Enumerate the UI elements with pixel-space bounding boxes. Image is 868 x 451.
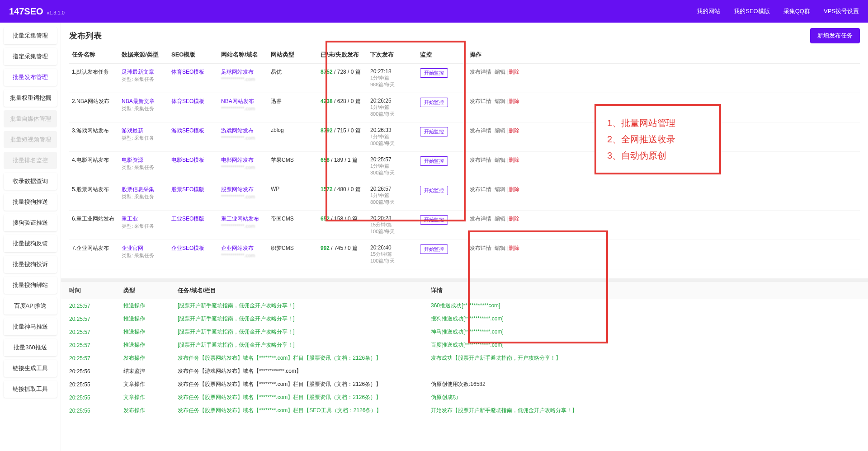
sidebar-item-15[interactable]: 批量360推送 <box>4 339 57 356</box>
log-time: 20:25:57 <box>61 312 115 325</box>
annotation-line: 2、全网推送收录 <box>607 131 708 147</box>
op-edit[interactable]: 编辑 <box>495 98 505 104</box>
nav-qq-group[interactable]: 采集QQ群 <box>783 7 810 15</box>
sidebar-item-16[interactable]: 链接生成工具 <box>4 360 57 377</box>
site-link[interactable]: 电影网站发布 <box>221 157 254 163</box>
site-link[interactable]: 游戏网站发布 <box>221 127 254 134</box>
log-type: 发布操作 <box>115 352 170 365</box>
sidebar-item-10[interactable]: 批量搜狗反馈 <box>4 235 57 252</box>
site-type: 易优 <box>268 64 318 93</box>
op-delete[interactable]: 删除 <box>509 127 519 134</box>
nav-vps-dial[interactable]: VPS拨号设置 <box>824 7 859 15</box>
col-header: 已/未/失败发布 <box>318 46 368 64</box>
task-name: 6.重工业网站发布 <box>69 211 119 240</box>
op-delete[interactable]: 删除 <box>509 186 519 193</box>
source-link[interactable]: NBA最新文章 <box>122 98 155 104</box>
site-link[interactable]: 足球网站发布 <box>221 69 254 75</box>
publish-count: 658 / 189 / 1 篇 <box>318 152 368 181</box>
source-link[interactable]: 股票信息采集 <box>122 186 154 193</box>
log-task: 发布任务【游戏网站发布】域名【************.com】 <box>170 365 423 378</box>
sidebar-item-13[interactable]: 百度API推送 <box>4 297 57 315</box>
publish-count: 992 / 745 / 0 篇 <box>318 240 368 269</box>
op-delete[interactable]: 删除 <box>509 98 519 104</box>
log-task: 发布任务【股票网站发布】域名【********.com】栏目【SEO工具（文档：… <box>170 404 423 417</box>
log-time: 20:25:57 <box>61 325 115 338</box>
op-detail[interactable]: 发布详情 <box>470 69 491 75</box>
op-edit[interactable]: 编辑 <box>495 186 505 193</box>
log-task: [股票开户新手避坑指南，低佣金开户攻略分享！] <box>170 338 423 352</box>
monitor-button[interactable]: 开始监控 <box>420 127 448 136</box>
sidebar-item-7[interactable]: 收录数据查询 <box>4 173 57 190</box>
sidebar-item-9[interactable]: 搜狗验证推送 <box>4 214 57 231</box>
sidebar-item-14[interactable]: 批量神马推送 <box>4 318 57 335</box>
sidebar-item-12[interactable]: 批量搜狗绑站 <box>4 277 57 294</box>
site-type: 帝国CMS <box>268 211 318 240</box>
log-time: 20:25:57 <box>61 352 115 365</box>
source-link[interactable]: 足球最新文章 <box>122 69 154 75</box>
log-row: 20:25:55文章操作发布任务【股票网站发布】域名【********.com】… <box>61 378 868 391</box>
template-link[interactable]: 体育SEO模板 <box>171 69 204 75</box>
op-edit[interactable]: 编辑 <box>495 216 505 222</box>
site-link[interactable]: 股票网站发布 <box>221 186 254 193</box>
sidebar-item-11[interactable]: 批量搜狗投诉 <box>4 256 57 273</box>
op-detail[interactable]: 发布详情 <box>470 216 491 222</box>
nav-my-sites[interactable]: 我的网站 <box>697 7 720 15</box>
source-link[interactable]: 企业官网 <box>122 245 143 251</box>
op-edit[interactable]: 编辑 <box>495 69 505 75</box>
log-row: 20:25:56结束监控发布任务【游戏网站发布】域名【************.… <box>61 365 868 378</box>
nav-my-templates[interactable]: 我的SEO模版 <box>734 7 769 15</box>
monitor-button[interactable]: 开始监控 <box>420 244 448 254</box>
op-edit[interactable]: 编辑 <box>495 157 505 163</box>
col-header: 网站名称/域名 <box>218 46 268 64</box>
op-detail[interactable]: 发布详情 <box>470 98 491 104</box>
sidebar-item-4: 批量自媒体管理 <box>4 110 57 127</box>
main-content: 发布列表 新增发布任务 任务名称数据来源/类型SEO模版网站名称/域名网站类型已… <box>61 23 868 451</box>
site-link[interactable]: 企业网站发布 <box>221 245 254 251</box>
sidebar-item-0[interactable]: 批量采集管理 <box>4 27 57 44</box>
log-detail: 百度推送成功[************.com] <box>423 338 868 352</box>
template-link[interactable]: 工业SEO模版 <box>171 216 204 222</box>
monitor-button[interactable]: 开始监控 <box>420 68 448 78</box>
op-delete[interactable]: 删除 <box>509 157 519 163</box>
table-row: 5.股票网站发布股票信息采集类型: 采集任务股票SEO模版股票网站发布*****… <box>69 181 860 211</box>
log-task: [股票开户新手避坑指南，低佣金开户攻略分享！] <box>170 299 423 312</box>
site-link[interactable]: 重工业网站发布 <box>221 216 259 222</box>
source-link[interactable]: 重工业 <box>122 216 138 222</box>
op-delete[interactable]: 删除 <box>509 216 519 222</box>
template-link[interactable]: 电影SEO模板 <box>171 157 204 163</box>
op-delete[interactable]: 删除 <box>509 69 519 75</box>
source-link[interactable]: 游戏最新 <box>122 127 143 134</box>
sidebar-item-1[interactable]: 指定采集管理 <box>4 48 57 65</box>
log-time: 20:25:57 <box>61 338 115 352</box>
op-delete[interactable]: 删除 <box>509 245 519 251</box>
task-name: 4.电影网站发布 <box>69 152 119 181</box>
sidebar-item-8[interactable]: 批量搜狗推送 <box>4 193 57 211</box>
monitor-button[interactable]: 开始监控 <box>420 215 448 225</box>
sidebar-item-3[interactable]: 批量权重词挖掘 <box>4 89 57 107</box>
sidebar-item-2[interactable]: 批量发布管理 <box>4 69 57 86</box>
op-edit[interactable]: 编辑 <box>495 127 505 134</box>
log-detail: 伪原创使用次数:16582 <box>423 378 868 391</box>
op-detail[interactable]: 发布详情 <box>470 186 491 193</box>
monitor-button[interactable]: 开始监控 <box>420 156 448 166</box>
log-time: 20:25:55 <box>61 378 115 391</box>
site-link[interactable]: NBA网站发布 <box>221 98 254 104</box>
op-detail[interactable]: 发布详情 <box>470 245 491 251</box>
log-task: [股票开户新手避坑指南，低佣金开户攻略分享！] <box>170 312 423 325</box>
domain: ************.com <box>221 76 255 82</box>
op-detail[interactable]: 发布详情 <box>470 157 491 163</box>
template-link[interactable]: 企业SEO模板 <box>171 245 204 251</box>
op-edit[interactable]: 编辑 <box>495 245 505 251</box>
sidebar-item-17[interactable]: 链接抓取工具 <box>4 381 57 398</box>
template-link[interactable]: 体育SEO模板 <box>171 98 204 104</box>
source-link[interactable]: 电影资源 <box>122 157 143 163</box>
new-task-button[interactable]: 新增发布任务 <box>810 28 860 43</box>
op-detail[interactable]: 发布详情 <box>470 127 491 134</box>
log-col-header: 类型 <box>115 282 170 299</box>
template-link[interactable]: 股票SEO模版 <box>171 186 204 193</box>
col-header: SEO模版 <box>169 46 218 64</box>
publish-count: 4238 / 628 / 0 篇 <box>318 93 368 122</box>
template-link[interactable]: 游戏SEO模板 <box>171 127 204 134</box>
monitor-button[interactable]: 开始监控 <box>420 186 448 195</box>
monitor-button[interactable]: 开始监控 <box>420 98 448 107</box>
